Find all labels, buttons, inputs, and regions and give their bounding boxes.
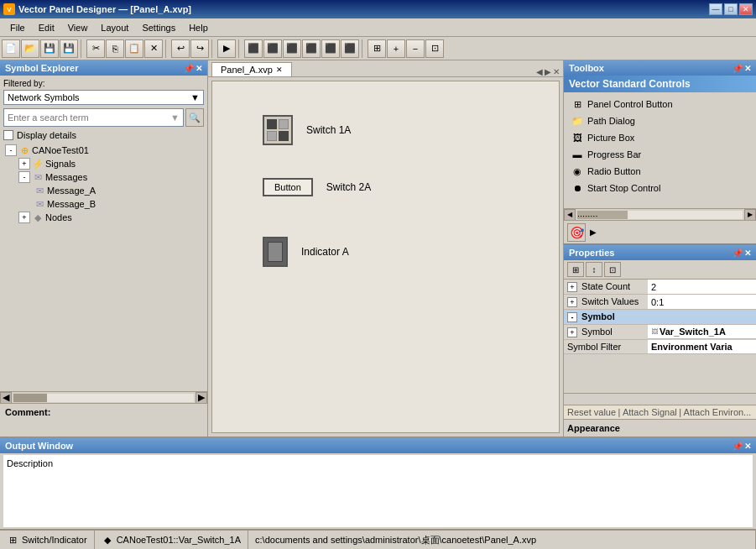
toolbox-scrollbar[interactable]: ◀ ········ ▶ — [564, 208, 756, 220]
toolbox-item-startstop[interactable]: ⏺ Start Stop Control — [567, 180, 753, 196]
root-expand[interactable]: - — [5, 144, 17, 156]
align-bottom-button[interactable]: ⬛ — [341, 39, 359, 58]
filter-dropdown[interactable]: Network Symbols ▼ — [3, 90, 204, 105]
menu-settings[interactable]: Settings — [135, 21, 182, 34]
statecount-label: State Count — [581, 281, 630, 291]
props-cell-switchvalues-value[interactable]: 0:1 — [648, 295, 756, 310]
align-right-button[interactable]: ⬛ — [283, 39, 301, 58]
output-close-button[interactable]: ✕ — [744, 442, 751, 451]
nodes-expand[interactable]: + — [18, 212, 30, 223]
explorer-close-button[interactable]: ✕ — [196, 64, 202, 73]
align-top-button[interactable]: ⬛ — [302, 39, 321, 58]
tree-signals[interactable]: + ⚡ Signals — [3, 157, 204, 170]
props-pin-button[interactable]: 📌 — [733, 248, 743, 258]
save-button[interactable]: 💾 — [40, 39, 59, 58]
canvas-area[interactable]: Switch 1A Button Switch 2A Indicator A — [211, 81, 560, 433]
switch-cell-2 — [279, 119, 289, 129]
delete-button[interactable]: ✕ — [144, 39, 163, 58]
tab-nav-left[interactable]: ◀ — [536, 67, 543, 76]
signals-expand[interactable]: + — [18, 158, 30, 170]
minimize-button[interactable]: — — [709, 3, 722, 15]
tab-nav-right[interactable]: ▶ — [545, 67, 551, 76]
zoom-in-button[interactable]: + — [387, 39, 405, 58]
toolbox-item-pcb[interactable]: ⊞ Panel Control Button — [567, 96, 753, 112]
symbol-expand[interactable]: + — [567, 327, 577, 337]
redo-button[interactable]: ↪ — [190, 39, 209, 58]
tree-messages[interactable]: - ✉ Messages — [3, 170, 204, 184]
canvas-button-ctrl[interactable]: Button — [263, 178, 313, 196]
copy-button[interactable]: ⎘ — [106, 39, 124, 58]
toolbox-scroll-thumb[interactable]: ········ — [577, 211, 628, 219]
cut-button[interactable]: ✂ — [86, 39, 105, 58]
tree-message-a[interactable]: ✉ Message_A — [3, 184, 204, 197]
symbol-group-expand[interactable]: - — [567, 312, 577, 322]
toolbox-item-progress[interactable]: ▬ Progress Bar — [567, 146, 753, 163]
align-center-button[interactable]: ⬛ — [263, 39, 282, 58]
props-sort-category-btn[interactable]: ⊞ — [567, 262, 584, 277]
props-scrollbar[interactable] — [564, 393, 756, 405]
new-button[interactable]: 📄 — [2, 39, 20, 58]
props-tab-signal[interactable]: Attach Signal — [623, 407, 677, 417]
props-row-symbol: + Symbol 🖼 Var_Switch_1A — [564, 325, 756, 340]
switchvalues-expand[interactable]: + — [567, 297, 577, 307]
paste-button[interactable]: 📋 — [125, 39, 143, 58]
props-bottom-tabs[interactable]: Reset value | Attach Signal | Attach Env… — [564, 405, 756, 419]
status-item-2: ◆ CANoeTest01::Var_Switch_1A — [95, 531, 248, 549]
zoom-out-button[interactable]: − — [406, 39, 425, 58]
props-cell-statecount-value[interactable]: 2 — [648, 280, 756, 295]
align-middle-button[interactable]: ⬛ — [321, 39, 340, 58]
props-cell-symbolfilter-value[interactable]: Environment Varia — [648, 340, 756, 354]
scroll-right-btn[interactable]: ▶ — [196, 392, 207, 404]
props-tab-environ[interactable]: Attach Environ... — [684, 407, 752, 417]
scroll-left-btn[interactable]: ◀ — [0, 392, 12, 404]
grid-button[interactable]: ⊞ — [368, 39, 386, 58]
menu-edit[interactable]: Edit — [32, 21, 61, 34]
toolbox-scroll-right[interactable]: ▶ — [744, 209, 756, 221]
tab-panel-a[interactable]: Panel_A.xvp ✕ — [211, 62, 292, 76]
tab-close-all[interactable]: ✕ — [553, 67, 560, 76]
search-input[interactable] — [8, 112, 170, 123]
props-cell-symbol-value[interactable]: 🖼 Var_Switch_1A — [648, 325, 756, 339]
statecount-expand[interactable]: + — [567, 282, 577, 292]
search-button[interactable]: 🔍 — [185, 108, 204, 127]
switch-1a-symbol[interactable] — [263, 115, 293, 145]
tree-message-b[interactable]: ✉ Message_B — [3, 197, 204, 211]
props-tab-reset[interactable]: Reset value — [567, 407, 616, 417]
indicator-a-element[interactable]: Indicator A — [263, 237, 349, 267]
toolbox-scroll-left[interactable]: ◀ — [564, 209, 576, 221]
tree-nodes[interactable]: + ◆ Nodes — [3, 211, 204, 224]
toolbox-item-radio[interactable]: ◉ Radio Button — [567, 163, 753, 180]
menu-layout[interactable]: Layout — [94, 21, 135, 34]
menu-help[interactable]: Help — [182, 21, 215, 34]
props-view-btn[interactable]: ⊡ — [604, 262, 621, 277]
props-sort-alpha-btn[interactable]: ↕ — [586, 262, 602, 277]
menu-file[interactable]: File — [3, 21, 32, 34]
toolbox-action-btn[interactable]: 🎯 — [567, 223, 586, 242]
output-pin-button[interactable]: 📌 — [733, 442, 743, 451]
tree-root[interactable]: - ⊕ CANoeTest01 — [3, 144, 204, 157]
tab-close-btn[interactable]: ✕ — [276, 65, 283, 74]
switch-2a-element[interactable]: Button Switch 2A — [263, 178, 371, 196]
maximize-button[interactable]: □ — [724, 3, 738, 15]
zoom-fit-button[interactable]: ⊡ — [425, 39, 444, 58]
toolbox-item-pb-pic[interactable]: 🖼 Picture Box — [567, 129, 753, 146]
switch-1a-element[interactable]: Switch 1A — [263, 115, 351, 145]
close-button[interactable]: ✕ — [739, 3, 753, 15]
undo-button[interactable]: ↩ — [171, 39, 190, 58]
toolbox-close-button[interactable]: ✕ — [744, 64, 751, 73]
align-left-button[interactable]: ⬛ — [244, 39, 263, 58]
menu-view[interactable]: View — [61, 21, 95, 34]
props-close-button[interactable]: ✕ — [744, 248, 751, 258]
indicator-a-symbol[interactable] — [263, 237, 288, 267]
toolbox-expand-btn[interactable]: ▶ — [587, 223, 599, 242]
toolbox-pin-button[interactable]: 📌 — [733, 64, 743, 73]
scroll-thumb[interactable] — [13, 394, 47, 402]
save-all-button[interactable]: 💾 — [60, 39, 78, 58]
toolbox-item-pd[interactable]: 📁 Path Dialog — [567, 112, 753, 129]
explorer-pin-button[interactable]: 📌 — [184, 64, 194, 73]
run-button[interactable]: ▶ — [217, 39, 236, 58]
display-details-checkbox[interactable] — [3, 130, 13, 140]
open-button[interactable]: 📂 — [21, 39, 39, 58]
messages-expand[interactable]: - — [18, 171, 30, 183]
explorer-hscrollbar[interactable]: ◀ ▶ — [0, 391, 207, 403]
